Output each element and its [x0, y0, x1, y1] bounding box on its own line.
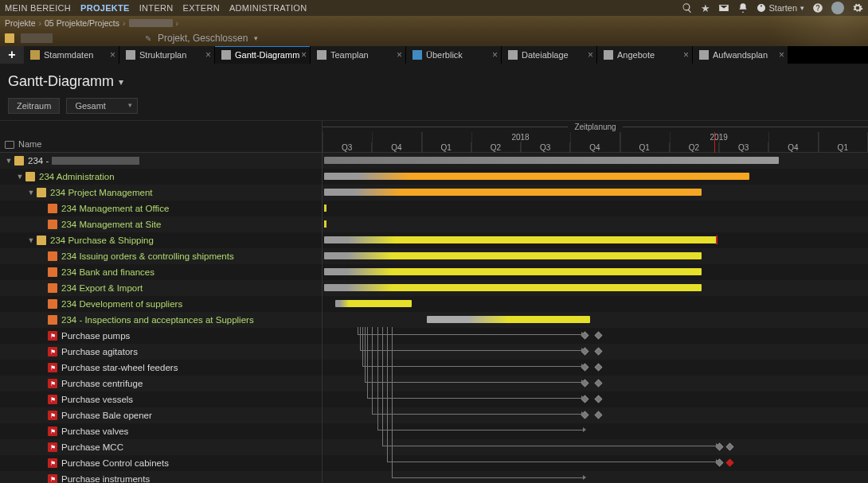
tree-row[interactable]: ⚑Purchase valves [0, 423, 322, 439]
milestone-icon: ⚑ [48, 442, 57, 452]
quarter-header: Q3 [521, 142, 570, 153]
chevron-down-icon[interactable]: ▾ [254, 34, 258, 42]
menu-item-mein-bereich[interactable]: MEIN BEREICH [5, 3, 71, 13]
gantt-row[interactable] [323, 153, 868, 169]
milestone-icon: ⚑ [48, 363, 57, 372]
milestone-diamond[interactable] [725, 443, 733, 451]
gantt-bar[interactable] [324, 173, 749, 180]
tree-row[interactable]: ⚑Purchase MCC [0, 439, 322, 455]
row-label: 234 Export & Import [61, 283, 143, 293]
menu-item-administration[interactable]: ADMINISTRATION [229, 3, 307, 13]
tree-row[interactable]: 234 - Inspections and acceptances at Sup… [0, 312, 322, 328]
avatar[interactable] [831, 2, 844, 14]
tab-label: Dateiablage [522, 50, 569, 60]
tab-teamplan[interactable]: Teamplan× [311, 46, 406, 64]
breadcrumb-item[interactable]: Projekte [5, 18, 36, 28]
close-icon[interactable]: × [683, 49, 689, 60]
close-icon[interactable]: × [110, 49, 115, 60]
tree-row[interactable]: ⚑Purchase instruments [0, 471, 322, 483]
gantt-bar[interactable] [324, 284, 702, 291]
expand-toggle[interactable]: ▼ [16, 173, 24, 181]
mail-icon[interactable] [718, 2, 729, 14]
tree-row[interactable]: ⚑Purchase Control cabinets [0, 455, 322, 471]
search-icon[interactable] [682, 2, 693, 14]
expand-toggle[interactable]: ▼ [27, 189, 35, 197]
project-status[interactable]: Projekt, Geschlossen [158, 33, 248, 44]
gantt-row[interactable] [323, 280, 868, 296]
gantt-row[interactable] [323, 169, 868, 185]
tab-gantt-diagramm[interactable]: Gantt-Diagramm× [215, 46, 311, 64]
breadcrumb-item[interactable]: 05 Projekte/Projects [45, 18, 119, 28]
tree-row[interactable]: ⚑Purchase agitators [0, 344, 322, 360]
gantt-row[interactable] [323, 312, 868, 328]
gantt-bar[interactable] [324, 189, 702, 196]
tree-row[interactable]: ⚑Purchase centrifuge [0, 376, 322, 391]
milestone-icon: ⚑ [48, 458, 57, 468]
gantt-row[interactable] [323, 264, 868, 280]
package-icon [48, 267, 57, 277]
pencil-icon[interactable]: ✎ [145, 34, 151, 43]
tree-row[interactable]: ▼234 - [0, 153, 322, 169]
gantt-bar[interactable] [324, 157, 779, 164]
close-icon[interactable]: × [779, 49, 784, 60]
gantt-bar[interactable] [427, 316, 591, 323]
expand-toggle[interactable]: ▼ [5, 157, 13, 165]
tree-header: Name [0, 121, 322, 153]
help-icon[interactable] [812, 2, 823, 14]
tree-row[interactable]: ⚑Purchase vessels [0, 391, 322, 407]
tab-angebote[interactable]: Angebote× [597, 46, 693, 64]
add-tab-button[interactable]: + [0, 46, 24, 64]
gantt-row[interactable] [323, 296, 868, 312]
tree-row[interactable]: ⚑Purchase Bale opener [0, 407, 322, 423]
gantt-row[interactable] [323, 216, 868, 232]
gantt-bar[interactable] [324, 252, 702, 259]
tree-row[interactable]: 234 Development of suppliers [0, 296, 322, 312]
tree-row[interactable]: ⚑Purchase star-wheel feeders [0, 360, 322, 376]
tab-aufwandsplan[interactable]: Aufwandsplan× [693, 46, 788, 64]
tab-stammdaten[interactable]: Stammdaten× [24, 46, 119, 64]
tab-label: Stammdaten [44, 50, 93, 60]
gantt-bar[interactable] [335, 300, 412, 307]
start-menu[interactable]: Starten ▾ [757, 3, 804, 13]
tab-dateiablage[interactable]: Dateiablage× [502, 46, 597, 64]
tab-strukturplan[interactable]: Strukturplan× [119, 46, 215, 64]
star-icon[interactable]: ★ [701, 2, 710, 14]
close-icon[interactable]: × [205, 49, 211, 60]
tab-überblick[interactable]: Überblick× [406, 46, 502, 64]
tree-row[interactable]: ▼234 Administration [0, 169, 322, 185]
tree-row[interactable]: 234 Issuing orders & controlling shipmen… [0, 248, 322, 264]
close-icon[interactable]: × [492, 49, 498, 60]
tree-row[interactable]: 234 Management at Site [0, 216, 322, 232]
gantt-bar[interactable] [324, 268, 702, 275]
tree-row[interactable]: 234 Bank and finances [0, 264, 322, 280]
close-icon[interactable]: × [301, 49, 307, 60]
gantt-row[interactable] [323, 232, 868, 248]
tabs-bar: + Stammdaten×Strukturplan×Gantt-Diagramm… [0, 46, 868, 64]
gantt-row[interactable] [323, 201, 868, 216]
filter-select-zeitraum[interactable]: Gesamt [66, 98, 138, 114]
settings-icon[interactable] [852, 2, 863, 14]
row-label: 234 - [28, 156, 49, 166]
chevron-down-icon[interactable]: ▾ [119, 76, 123, 88]
gantt-row[interactable] [323, 185, 868, 201]
tree-row[interactable]: 234 Export & Import [0, 280, 322, 296]
bell-icon[interactable] [737, 2, 749, 14]
expand-toggle[interactable]: ▼ [27, 236, 35, 244]
gantt-bar[interactable] [324, 236, 717, 243]
gantt-chart[interactable]: Zeitplanung 20182019 Q3Q4Q1Q2Q3Q4Q1Q2Q3Q… [323, 121, 868, 483]
menu-item-extern[interactable]: EXTERN [183, 3, 220, 13]
tree-row[interactable]: ▼234 Project Management [0, 185, 322, 201]
menu-item-intern[interactable]: INTERN [139, 3, 174, 13]
gantt-row[interactable] [323, 248, 868, 264]
tab-label: Teamplan [330, 50, 369, 60]
tree-row[interactable]: 234 Management at Office [0, 201, 322, 216]
milestone-icon: ⚑ [48, 347, 57, 356]
close-icon[interactable]: × [588, 49, 593, 60]
menu-item-projekte[interactable]: PROJEKTE [80, 3, 130, 13]
milestone-diamond[interactable] [725, 459, 733, 467]
close-icon[interactable]: × [397, 49, 402, 60]
row-label: 234 Purchase & Shipping [50, 236, 154, 245]
tree-row[interactable]: ▼234 Purchase & Shipping [0, 232, 322, 248]
tree-row[interactable]: ⚑Purchase pumps [0, 328, 322, 344]
breadcrumb-item-redacted[interactable] [129, 19, 173, 27]
